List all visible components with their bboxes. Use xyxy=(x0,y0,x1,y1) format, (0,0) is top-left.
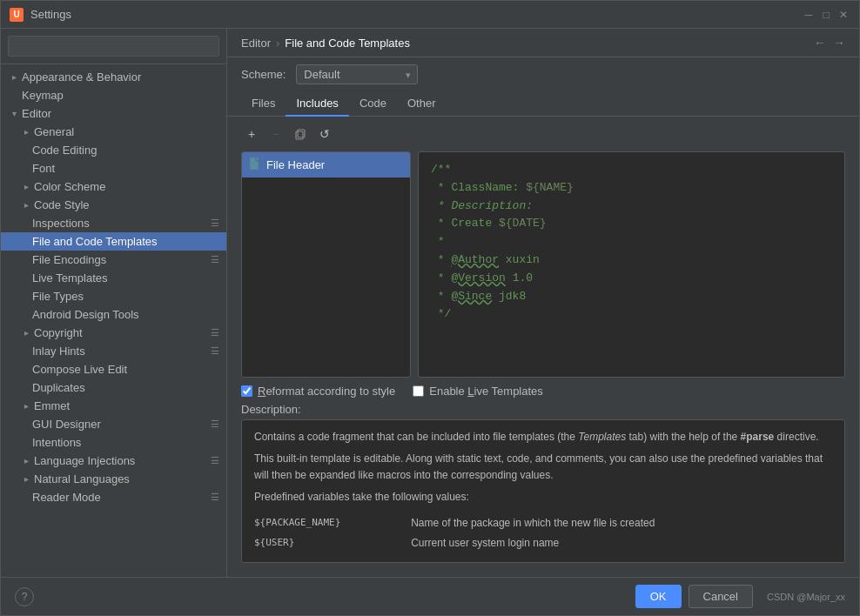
scheme-select[interactable]: Default Project xyxy=(296,64,418,84)
forward-button[interactable]: → xyxy=(833,36,845,50)
sidebar-item-compose-live-edit[interactable]: Compose Live Edit xyxy=(1,360,226,378)
live-templates-option[interactable]: Enable Live Templates xyxy=(413,385,543,398)
reformat-label: Reformat according to style xyxy=(258,385,395,398)
template-item-label: File Header xyxy=(266,158,325,171)
badge-icon: ☰ xyxy=(211,327,219,338)
sidebar-item-label: Keymap xyxy=(22,89,64,102)
reformat-checkbox[interactable] xyxy=(241,385,252,397)
sidebar-item-duplicates[interactable]: Duplicates xyxy=(1,378,226,397)
sidebar-item-label: File Types xyxy=(32,290,84,303)
sidebar-item-label: Emmet xyxy=(34,399,70,412)
settings-window: U Settings ─ □ ✕ Appearance & Behavior xyxy=(0,0,860,616)
sidebar-item-file-code-templates[interactable]: File and Code Templates xyxy=(1,232,226,251)
nav-arrows: ← → xyxy=(814,36,845,50)
sidebar-item-font[interactable]: Font xyxy=(1,159,226,177)
sidebar-item-label: Android Design Tools xyxy=(32,308,139,321)
sidebar-item-label: Compose Live Edit xyxy=(32,363,127,376)
sidebar-item-live-templates[interactable]: Live Templates xyxy=(1,269,226,287)
description-variables: ${PACKAGE_NAME} Name of the package in w… xyxy=(254,513,832,553)
add-button[interactable]: + xyxy=(241,124,262,144)
remove-button[interactable]: − xyxy=(265,124,286,144)
sidebar-item-color-scheme[interactable]: Color Scheme xyxy=(1,177,226,196)
description-text3: Predefined variables take the following … xyxy=(254,489,832,506)
arrow-icon xyxy=(8,108,20,120)
tab-code[interactable]: Code xyxy=(349,91,397,117)
tab-includes[interactable]: Includes xyxy=(286,91,348,117)
tab-other[interactable]: Other xyxy=(397,91,447,117)
description-area: Contains a code fragment that can be inc… xyxy=(241,419,845,563)
back-button[interactable]: ← xyxy=(814,36,826,50)
maximize-button[interactable]: □ xyxy=(819,8,833,22)
sidebar-item-natural-languages[interactable]: Natural Languages xyxy=(1,470,226,488)
sidebar-item-label: General xyxy=(34,125,74,138)
sidebar-item-reader-mode[interactable]: Reader Mode ☰ xyxy=(1,488,226,506)
sidebar-item-keymap[interactable]: Keymap xyxy=(1,86,226,104)
code-editor[interactable]: /** * ClassName: ${NAME} * Description: … xyxy=(418,151,845,378)
sidebar-item-copyright[interactable]: Copyright ☰ xyxy=(1,324,226,342)
badge-icon: ☰ xyxy=(211,254,219,265)
svg-rect-0 xyxy=(296,131,303,139)
sidebar-item-label: GUI Designer xyxy=(32,418,101,431)
sidebar-item-gui-designer[interactable]: GUI Designer ☰ xyxy=(1,415,226,433)
sidebar-item-inlay-hints[interactable]: Inlay Hints ☰ xyxy=(1,342,226,360)
main-panel: Editor › File and Code Templates ← → Sch… xyxy=(227,29,859,577)
variable-name: ${USER} xyxy=(254,533,411,553)
close-button[interactable]: ✕ xyxy=(836,8,850,22)
sidebar-item-label: File Encodings xyxy=(32,253,106,266)
svg-rect-2 xyxy=(250,157,259,170)
arrow-icon xyxy=(20,199,32,211)
breadcrumb-bar: Editor › File and Code Templates ← → xyxy=(227,29,859,57)
svg-rect-1 xyxy=(298,130,305,137)
sidebar-item-appearance[interactable]: Appearance & Behavior xyxy=(1,68,226,86)
toolbar: + − ↺ xyxy=(241,117,845,151)
arrow-icon xyxy=(20,327,32,339)
badge-icon: ☰ xyxy=(211,418,219,430)
template-body: + − ↺ xyxy=(227,117,859,577)
sidebar-item-code-editing[interactable]: Code Editing xyxy=(1,141,226,159)
sidebar-item-android-design-tools[interactable]: Android Design Tools xyxy=(1,305,226,324)
window-controls: ─ □ ✕ xyxy=(802,8,850,22)
sidebar-item-label: Inspections xyxy=(32,217,90,230)
breadcrumb-separator: › xyxy=(276,37,279,50)
badge-icon: ☰ xyxy=(211,455,219,466)
search-input[interactable] xyxy=(8,36,219,57)
tab-files[interactable]: Files xyxy=(241,91,286,117)
sidebar-item-editor[interactable]: Editor xyxy=(1,104,226,123)
app-icon: U xyxy=(10,8,24,22)
sidebar-item-label: Code Editing xyxy=(32,144,97,157)
sidebar-item-intentions[interactable]: Intentions xyxy=(1,433,226,452)
options-bar: Reformat according to style Enable Live … xyxy=(241,378,845,403)
bottom-bar: ? OK Cancel CSDN @Major_xx xyxy=(1,577,859,615)
variable-desc: Current user system login name xyxy=(411,533,832,553)
reformat-option[interactable]: Reformat according to style xyxy=(241,385,395,398)
scheme-bar: Scheme: Default Project xyxy=(227,57,859,91)
sidebar-item-label: Color Scheme xyxy=(34,180,105,193)
sidebar-item-general[interactable]: General xyxy=(1,123,226,141)
variable-desc: Name of the package in which the new fil… xyxy=(411,513,832,533)
sidebar-item-file-encodings[interactable]: File Encodings ☰ xyxy=(1,251,226,269)
sidebar-item-inspections[interactable]: Inspections ☰ xyxy=(1,214,226,232)
sidebar-item-label: Editor xyxy=(22,107,51,120)
sidebar-item-file-types[interactable]: File Types xyxy=(1,287,226,305)
breadcrumb-parent: Editor xyxy=(241,37,271,50)
sidebar-item-emmet[interactable]: Emmet xyxy=(1,397,226,415)
tabs-bar: Files Includes Code Other xyxy=(227,91,859,117)
reset-button[interactable]: ↺ xyxy=(314,124,335,144)
minimize-button[interactable]: ─ xyxy=(802,8,816,22)
ok-button[interactable]: OK xyxy=(635,585,682,608)
sidebar-item-language-injections[interactable]: Language Injections ☰ xyxy=(1,452,226,470)
sidebar-item-code-style[interactable]: Code Style xyxy=(1,196,226,214)
live-templates-checkbox[interactable] xyxy=(413,385,424,397)
template-item-file-header[interactable]: File Header xyxy=(242,152,410,177)
cancel-button[interactable]: Cancel xyxy=(689,585,753,608)
description-section: Description: Contains a code fragment th… xyxy=(241,403,845,563)
template-list: File Header xyxy=(241,151,411,378)
scheme-select-wrapper: Default Project xyxy=(296,64,418,84)
help-button[interactable]: ? xyxy=(15,587,34,606)
file-icon xyxy=(249,157,261,173)
arrow-icon xyxy=(20,126,32,138)
description-text2: This built-in template is editable. Alon… xyxy=(254,451,832,484)
copy-button[interactable] xyxy=(290,124,311,144)
breadcrumb-current: File and Code Templates xyxy=(285,37,410,50)
arrow-icon xyxy=(20,455,32,467)
